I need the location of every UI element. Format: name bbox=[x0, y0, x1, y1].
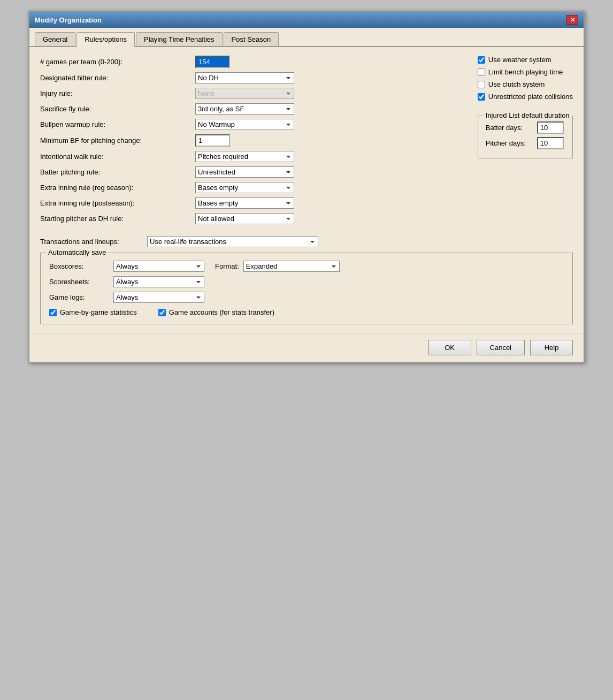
scoresheets-select[interactable]: Always Never Ask bbox=[113, 276, 204, 287]
batter-pitching-row: Batter pitching rule: Unrestricted Restr… bbox=[40, 166, 462, 178]
transactions-select[interactable]: Use real-life transactions Manual Auto-g… bbox=[147, 236, 318, 247]
game-accounts-checkbox[interactable] bbox=[158, 309, 166, 316]
game-by-game-label: Game-by-game statistics bbox=[60, 308, 137, 316]
batter-pitching-label: Batter pitching rule: bbox=[40, 168, 195, 176]
bullpen-label: Bullpen warmup rule: bbox=[40, 120, 195, 128]
batter-days-label: Batter days: bbox=[486, 124, 534, 132]
transactions-row: Transactions and lineups: Use real-life … bbox=[40, 236, 573, 247]
game-accounts-row: Game accounts (for stats transfer) bbox=[158, 308, 274, 316]
bench-time-checkbox[interactable] bbox=[478, 69, 485, 76]
min-bf-label: Minimum BF for pitching change: bbox=[40, 136, 195, 144]
bench-time-row: Limit bench playing time bbox=[478, 68, 573, 76]
batter-pitching-select[interactable]: Unrestricted Restricted Not allowed bbox=[195, 166, 294, 178]
sacrifice-label: Sacrifice fly rule: bbox=[40, 105, 195, 113]
boxscores-select[interactable]: Always Never Ask bbox=[113, 261, 204, 272]
transactions-label: Transactions and lineups: bbox=[40, 238, 147, 246]
left-column: # games per team (0-200): Designated hit… bbox=[40, 56, 462, 229]
cancel-button[interactable]: Cancel bbox=[477, 340, 525, 355]
starting-pitcher-dh-label: Starting pitcher as DH rule: bbox=[40, 215, 195, 223]
intentional-row: Intentional walk rule: Pitches required … bbox=[40, 151, 462, 162]
batter-days-row: Batter days: bbox=[486, 121, 565, 134]
boxscores-row: Boxscores: Always Never Ask Format: Expa… bbox=[49, 261, 564, 272]
games-row: # games per team (0-200): bbox=[40, 56, 462, 68]
weather-row: Use weather system bbox=[478, 56, 573, 64]
plate-collisions-label: Unrestricted plate collisions bbox=[488, 93, 573, 101]
intentional-select[interactable]: Pitches required Automatic Manager decid… bbox=[195, 151, 294, 162]
game-by-game-checkbox[interactable] bbox=[49, 309, 57, 316]
gamelogs-select[interactable]: Always Never Ask bbox=[113, 292, 204, 303]
pitcher-days-input[interactable] bbox=[537, 137, 564, 149]
gamelogs-row: Game logs: Always Never Ask bbox=[49, 292, 564, 303]
top-section: # games per team (0-200): Designated hit… bbox=[40, 56, 573, 229]
sacrifice-row: Sacrifice fly rule: 3rd only, as SF Alwa… bbox=[40, 103, 462, 115]
batter-days-input[interactable] bbox=[537, 121, 564, 134]
extra-inning-post-label: Extra inning rule (postseason): bbox=[40, 199, 195, 207]
main-window: Modify Organization ✕ General Rules/opti… bbox=[28, 11, 585, 363]
extra-inning-reg-row: Extra inning rule (reg season): Bases em… bbox=[40, 182, 462, 193]
weather-checkbox[interactable] bbox=[478, 56, 485, 64]
injured-list-box: Injured List default duration Batter day… bbox=[478, 116, 573, 158]
ok-button[interactable]: OK bbox=[428, 340, 471, 355]
tab-rules[interactable]: Rules/options bbox=[76, 32, 135, 47]
boxscores-label: Boxscores: bbox=[49, 262, 113, 270]
min-bf-row: Minimum BF for pitching change: bbox=[40, 134, 462, 147]
scoresheets-row: Scoresheets: Always Never Ask bbox=[49, 276, 564, 287]
games-input[interactable] bbox=[195, 56, 230, 68]
injury-label: Injury rule: bbox=[40, 89, 195, 97]
autosave-box: Automatically save Boxscores: Always Nev… bbox=[40, 253, 573, 324]
close-button[interactable]: ✕ bbox=[566, 15, 578, 25]
plate-collisions-checkbox[interactable] bbox=[478, 93, 485, 101]
games-label: # games per team (0-200): bbox=[40, 58, 195, 66]
clutch-row: Use clutch system bbox=[478, 80, 573, 88]
extra-inning-reg-label: Extra inning rule (reg season): bbox=[40, 184, 195, 192]
right-column: Use weather system Limit bench playing t… bbox=[478, 56, 573, 158]
game-accounts-label: Game accounts (for stats transfer) bbox=[169, 308, 274, 316]
min-bf-input[interactable] bbox=[195, 134, 230, 147]
plate-collisions-row: Unrestricted plate collisions bbox=[478, 93, 573, 101]
tab-post-season[interactable]: Post Season bbox=[224, 32, 279, 46]
weather-label: Use weather system bbox=[488, 56, 551, 64]
intentional-label: Intentional walk rule: bbox=[40, 153, 195, 161]
clutch-label: Use clutch system bbox=[488, 80, 545, 88]
dh-row: Designated hitter rule: No DH Always DH … bbox=[40, 72, 462, 83]
extra-inning-post-row: Extra inning rule (postseason): Bases em… bbox=[40, 197, 462, 209]
bullpen-row: Bullpen warmup rule: No Warmup Standard … bbox=[40, 119, 462, 130]
pitcher-days-row: Pitcher days: bbox=[486, 137, 565, 149]
dh-label: Designated hitter rule: bbox=[40, 74, 195, 82]
sacrifice-select[interactable]: 3rd only, as SF Always Never bbox=[195, 103, 294, 115]
dh-select[interactable]: No DH Always DH Home team decides bbox=[195, 72, 294, 83]
game-by-game-row: Game-by-game statistics bbox=[49, 308, 137, 316]
scoresheets-label: Scoresheets: bbox=[49, 278, 113, 286]
extra-inning-post-select[interactable]: Bases empty Runner on 2nd Standard bbox=[195, 197, 294, 209]
tab-playing-time[interactable]: Playing Time Penalties bbox=[136, 32, 223, 46]
autosave-title: Automatically save bbox=[46, 248, 108, 256]
starting-pitcher-dh-row: Starting pitcher as DH rule: Not allowed… bbox=[40, 213, 462, 224]
content-area: # games per team (0-200): Designated hit… bbox=[29, 47, 584, 333]
injury-select[interactable]: None bbox=[195, 88, 294, 99]
tab-bar: General Rules/options Playing Time Penal… bbox=[29, 28, 584, 47]
injured-list-title: Injured List default duration bbox=[484, 111, 572, 119]
bench-time-label: Limit bench playing time bbox=[488, 68, 563, 76]
clutch-checkbox[interactable] bbox=[478, 81, 485, 88]
extra-inning-reg-select[interactable]: Bases empty Runner on 2nd Standard bbox=[195, 182, 294, 193]
starting-pitcher-dh-select[interactable]: Not allowed Allowed Manager decides bbox=[195, 213, 294, 224]
help-button[interactable]: Help bbox=[530, 340, 573, 355]
title-bar: Modify Organization ✕ bbox=[29, 12, 584, 28]
pitcher-days-label: Pitcher days: bbox=[486, 139, 534, 147]
window-title: Modify Organization bbox=[35, 16, 102, 24]
bullpen-select[interactable]: No Warmup Standard Extended bbox=[195, 119, 294, 130]
format-select[interactable]: Expanded Compact Full bbox=[243, 261, 340, 272]
autosave-checkboxes: Game-by-game statistics Game accounts (f… bbox=[49, 308, 564, 316]
injury-row: Injury rule: None bbox=[40, 88, 462, 99]
tab-general[interactable]: General bbox=[35, 32, 75, 46]
gamelogs-label: Game logs: bbox=[49, 293, 113, 301]
format-label: Format: bbox=[215, 262, 239, 270]
button-bar: OK Cancel Help bbox=[29, 333, 584, 362]
